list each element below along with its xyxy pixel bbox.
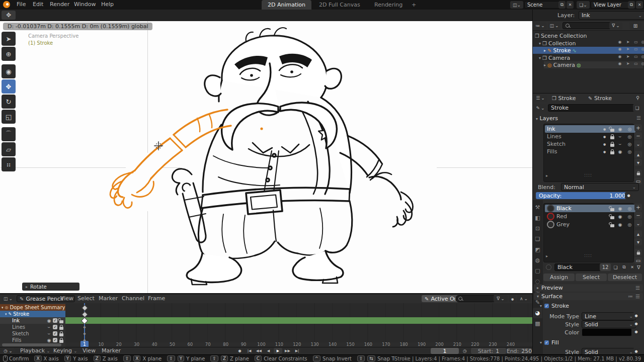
tool-select-box[interactable]: ➤ [2,32,16,46]
tool-move[interactable]: ✥ [2,79,16,94]
assign-button[interactable]: Assign [543,274,575,281]
gp-data-browse-button[interactable]: ✎⌄ [534,104,546,112]
unlock-icon[interactable] [610,224,614,227]
frame-end-field[interactable]: End:250 [507,348,531,354]
onion-skin-icon[interactable]: ◎ [626,214,633,219]
properties-tab-render[interactable]: ◧ [533,213,542,223]
ds-filter-button[interactable]: ∇⌄ [494,295,508,302]
viewport[interactable]: D: -0.01037m D: 0.1555m D: 0m (0.1559m) … [0,21,532,293]
onion-skin-icon[interactable]: ◎ [626,222,633,227]
workspace-tab-2d-full-canvas[interactable]: 2D Full Canvas [313,0,366,10]
onion-skin-icon[interactable]: ◎ [626,134,633,139]
layers-remove-button[interactable]: − [634,132,642,139]
ink-channel-keys-band[interactable] [65,317,532,324]
layer-row-sketch[interactable]: Sketch ● ⌣ ◎ [545,140,635,148]
layers-lock-button[interactable] [634,169,642,176]
panel-divider[interactable] [0,293,532,294]
blend-dropdown[interactable]: Normal⌄ [561,183,639,191]
menu-window[interactable]: Window [69,0,100,9]
lock-icon[interactable] [59,333,63,336]
list-expand-icon[interactable]: ▸ [546,173,548,178]
channel-ink[interactable]: Ink ◉ ✓ [0,317,65,324]
mode-type-dropdown[interactable]: Line⌄ [582,312,636,320]
fill-enable-checkbox[interactable]: ✓ [544,340,549,345]
materials-move-down-button[interactable]: ▾ [634,238,642,245]
disclosure-icon[interactable]: ▾ [5,312,7,316]
layers-move-down-button[interactable]: ▾ [634,159,642,166]
timeline-editor-button[interactable]: ◷⌄ [2,348,15,354]
channels-scrollbar[interactable] [2,343,61,346]
material-row-black[interactable]: Black ◉ ◎ [545,205,635,212]
eye-closed-icon[interactable]: ⌣ [616,141,624,147]
disable-in-viewport-icon[interactable]: ▭ [632,61,639,66]
properties-tab-material[interactable]: ◕ [533,308,542,318]
layers-panel-header[interactable]: ▾ Layers [536,115,558,122]
tool-cursor[interactable]: ⊕ [2,47,16,61]
onion-skin-icon[interactable]: ◎ [626,149,633,154]
disable-in-render-icon[interactable]: ◎ [639,40,644,44]
animate-dot-button[interactable]: ● [633,312,639,319]
view-layer-copy-button[interactable]: ⧉ [628,1,635,9]
eye-closed-icon[interactable]: ⌣ [45,331,53,336]
menu-file[interactable]: File [12,0,30,9]
editor-type-button[interactable]: ◫⌄ [2,295,15,302]
opacity-slider[interactable]: Opacity: 1.000 [536,192,628,199]
properties-tab-tool[interactable]: ⚒ [533,202,542,213]
selectable-icon[interactable]: ➤ [624,54,631,59]
onion-skin-icon[interactable]: ◎ [626,142,633,147]
tool-interpolate[interactable]: ⠶ [2,157,16,171]
breadcrumb-object[interactable]: ❒ Stroke [552,95,576,102]
layer-row-lines[interactable]: Lines ● ⌣ ◎ [545,133,635,140]
panel-menu-icon[interactable]: ☰ [635,285,640,291]
timeline-marker-menu[interactable]: Marker [99,347,124,354]
properties-tab-view-layer[interactable]: ❏ [533,234,542,244]
tool-shear[interactable]: ▱ [2,142,16,156]
ds-search-input[interactable] [455,295,497,302]
layer-row-fills[interactable]: Fills ● ◉ ◎ [545,148,635,155]
eye-closed-icon[interactable]: ⌣ [616,134,624,139]
scene-unlink-button[interactable]: ✕ [567,1,574,9]
properties-tab-world[interactable]: ◍ [533,255,542,265]
layers-move-up-button[interactable]: ▴ [634,151,642,158]
panel-menu-icon[interactable]: ☰ [635,294,640,299]
outliner-new-collection-button[interactable]: ⊞ [629,22,641,29]
gp-data-name-field[interactable]: Stroke [548,104,634,112]
disable-in-viewport-icon[interactable]: ▭ [632,54,639,59]
deselect-button[interactable]: Deselect [608,274,642,281]
hide-in-viewport-icon[interactable]: ◉ [616,47,623,51]
onion-skin-icon[interactable]: ◎ [626,127,633,132]
layers-specials-button[interactable]: ⌄ [634,140,642,147]
channel-summary[interactable]: ▾ ◎ Dope Sheet Summary [0,304,65,311]
hide-in-viewport-icon[interactable]: ◉ [616,40,623,44]
copy-material-button[interactable]: ⧉ [620,263,628,271]
eye-closed-icon[interactable]: ⌣ [45,324,53,330]
tool-bend[interactable]: ⌒ [2,127,16,141]
channel-fills[interactable]: Fills ◉ ✓ [0,337,65,343]
material-users-count[interactable]: 12 [600,263,611,271]
eye-open-icon[interactable]: ◉ [616,127,624,132]
material-name-field[interactable]: Black [554,263,603,271]
panel-menu-icon[interactable]: ☰ [636,115,641,121]
playback-menu[interactable]: Playback ⌄ [17,347,53,355]
channel-stroke-object[interactable]: ▾ ✎ Stroke [0,311,65,317]
pin-icon[interactable]: ⚲ [636,95,639,101]
layers-add-button[interactable]: + [634,124,642,131]
list-expand-icon[interactable]: ▸ [546,254,548,258]
breadcrumb-data[interactable]: ✎ Stroke [588,95,612,102]
current-frame-field[interactable]: 1 [431,348,459,354]
layer-row-ink[interactable]: Ink ● ◉ ◎ [545,125,635,133]
preview-panel-header[interactable]: ▸ Preview ☰ [534,284,643,292]
panel-divider[interactable] [532,10,533,354]
lock-icon[interactable] [610,136,614,139]
menu-help[interactable]: Help [97,0,118,9]
hide-in-viewport-icon[interactable]: ◉ [616,61,623,66]
disclosure-icon[interactable]: ▾ [2,306,4,310]
transport-play-button[interactable]: ▶ [274,348,282,354]
eye-open-icon[interactable]: ◉ [616,214,624,219]
channel-lines[interactable]: Lines ⌣ ✓ [0,324,65,330]
material-row-grey[interactable]: Grey ◉ ◎ [545,221,635,228]
use-preview-range-button[interactable]: ◷ [461,348,469,354]
channel-enable-checkbox[interactable]: ✓ [53,325,57,329]
transport-jump-to-start-button[interactable]: |◀ [245,348,254,354]
properties-tab-scene[interactable]: ◩ [533,244,542,255]
